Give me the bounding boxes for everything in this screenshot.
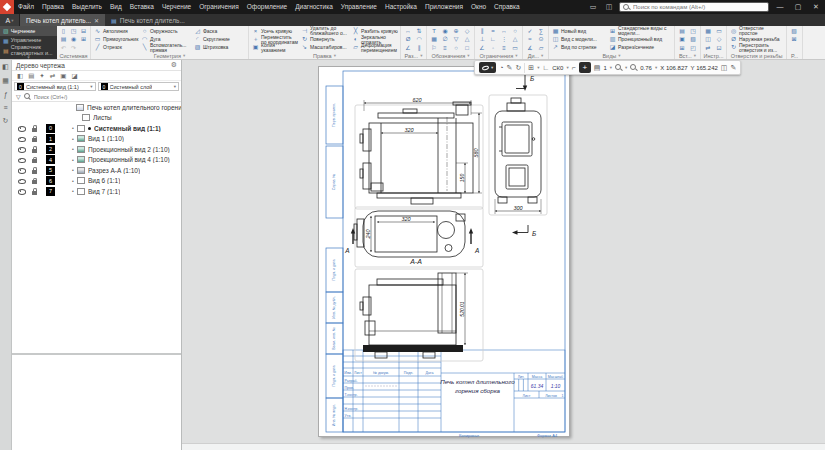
command-search-input[interactable]	[633, 4, 763, 10]
arrow-mark-icon[interactable]: △	[462, 35, 472, 43]
leader-icon[interactable]: ⚐	[429, 44, 439, 52]
fillet-button[interactable]: ◜Скругление	[193, 37, 239, 42]
menu-help[interactable]: Справка	[490, 0, 524, 14]
save-all-icon[interactable]: ⊞	[79, 35, 88, 43]
lock-icon[interactable]	[31, 156, 39, 164]
menu-annotation[interactable]: Оформление	[243, 0, 291, 14]
app-logo-icon[interactable]	[0, 0, 14, 14]
redo-icon[interactable]: ↷	[69, 44, 78, 52]
minimize-button[interactable]: —	[773, 0, 787, 14]
panel-parameters-icon[interactable]: ▦	[1, 77, 11, 85]
symmetry-constraint-icon[interactable]: △	[510, 35, 520, 43]
tree-view-row-4[interactable]: 5 • Разрез А-А (1:10)	[12, 165, 181, 176]
angle-dimension-icon[interactable]: ∠	[403, 44, 413, 52]
lock-icon[interactable]	[31, 177, 39, 185]
lock-icon[interactable]	[31, 135, 39, 143]
tree-search-input[interactable]	[34, 94, 154, 100]
align-constraint-icon[interactable]: ⋮	[499, 35, 509, 43]
hatch-button[interactable]: ▨Штриховка	[193, 45, 239, 50]
insert-object-icon[interactable]: ⊞	[677, 44, 687, 52]
standard-views-button[interactable]: ⊞Стандартные виды с модели...	[608, 26, 670, 36]
menu-view[interactable]: Вид	[106, 0, 126, 14]
menu-constraints[interactable]: Ограничения	[195, 0, 243, 14]
point-constraint-icon[interactable]: ◦	[488, 44, 498, 52]
save-icon[interactable]: ⊟	[79, 27, 88, 35]
panel-fx-icon[interactable]: ƒ	[1, 91, 11, 98]
linear-dimension-icon[interactable]: ↔	[403, 27, 413, 35]
tree-view-row-3[interactable]: 4 • Проекционный вид 4 (1:10)	[12, 155, 181, 166]
zoom-level-value[interactable]: 0.76	[640, 65, 652, 71]
menu-edit[interactable]: Правка	[38, 0, 68, 14]
close-button[interactable]: ✕	[809, 0, 823, 14]
insert-layout-icon[interactable]: ◳	[688, 27, 698, 35]
ortho-mode-button[interactable]: +	[579, 62, 591, 73]
tree-relations-icon[interactable]: ⇄	[50, 72, 55, 80]
aligned-dimension-icon[interactable]: ∥	[414, 44, 424, 52]
vertical-dimension-icon[interactable]: ⇅	[414, 27, 424, 35]
undo-icon[interactable]: ↶	[59, 44, 68, 52]
ribbon-tabs-expand-icon[interactable]: ▾	[0, 55, 57, 59]
projection-view-button[interactable]: ▥Проекционный вид	[608, 37, 670, 42]
perpendicular-constraint-icon[interactable]: ⊥	[477, 35, 487, 43]
tangent-constraint-icon[interactable]: ○	[510, 27, 520, 35]
home-menu-button[interactable]: А▾	[0, 14, 20, 26]
visibility-eye-icon[interactable]	[17, 188, 25, 195]
current-layer-select[interactable]: 0 Системный слой ▾	[98, 82, 180, 91]
tree-pointer-icon[interactable]: ✦	[39, 72, 44, 80]
tab-document-2[interactable]: ▤ Печь котел длитель...	[105, 14, 191, 26]
measure-icon[interactable]: ≈	[525, 35, 535, 43]
lock-icon[interactable]	[31, 187, 39, 195]
menu-applications[interactable]: Приложения	[421, 0, 467, 14]
tool-swap-icon[interactable]: ⇄	[703, 44, 713, 52]
menu-management[interactable]: Управление	[337, 0, 381, 14]
corner-snap-icon[interactable]: ⌐	[572, 62, 576, 73]
area-icon[interactable]: ▱	[536, 44, 546, 52]
preview-icon[interactable]: ◉	[69, 35, 78, 43]
insert-fragment-icon[interactable]: ▤	[677, 27, 687, 35]
angle-constraint-icon[interactable]: ∠	[477, 44, 487, 52]
tab-close-icon[interactable]: ✕	[94, 17, 99, 24]
menu-drafting[interactable]: Черчение	[158, 0, 195, 14]
screens-icon[interactable]: ◫	[603, 3, 615, 11]
circle-button[interactable]: ○Окружность	[140, 29, 192, 34]
menu-window[interactable]: Окно	[467, 0, 490, 14]
drawing-canvas[interactable]: Перв. примен. Справ. № Подп. и дата Инв.…	[182, 60, 825, 450]
tree-views-icon[interactable]: ▤	[28, 72, 34, 80]
lock-icon[interactable]	[31, 166, 39, 174]
menu-file[interactable]: Файл	[14, 0, 38, 14]
refresh-view-icon[interactable]: ↻	[515, 62, 521, 73]
new-view-button[interactable]: ▦Новый вид	[551, 29, 607, 34]
section-view-button[interactable]: ◪Разрез/сечение	[608, 45, 670, 50]
view-from-model-button[interactable]: ◫Вид с модели...	[551, 37, 607, 42]
panel-tree-icon[interactable]: ◧	[1, 63, 11, 71]
tree-search[interactable]: ▽	[12, 92, 181, 102]
visibility-eye-icon[interactable]	[17, 125, 25, 132]
corner-constraint-icon[interactable]: ∟	[488, 35, 498, 43]
print-icon[interactable]: ▤	[59, 35, 68, 43]
segment-button[interactable]: ╱Отрезок	[93, 45, 139, 50]
tool-panel-icon[interactable]: ◫	[703, 35, 713, 43]
delete-to-nearest-button[interactable]: ⊣Удалить до ближайшего о...	[300, 26, 350, 36]
tool-target-icon[interactable]: ⊡	[714, 44, 724, 52]
current-layer-value[interactable]: 1	[603, 65, 606, 71]
roughness-icon[interactable]: ≡	[440, 44, 450, 52]
tree-root-row[interactable]: Печь котел длительного горения сб...	[12, 102, 181, 113]
visibility-eye-icon[interactable]	[17, 177, 25, 184]
tree-screen-icon[interactable]: ◪	[71, 72, 77, 80]
tree-view-row-6[interactable]: 7 • Вид 7 (1:1)	[12, 186, 181, 197]
section-mark-icon[interactable]: ◇	[462, 27, 472, 35]
side-view[interactable]	[489, 75, 547, 235]
measure-angle-icon[interactable]: ∡	[525, 44, 535, 52]
tree-collapse-icon[interactable]: ◧	[17, 72, 23, 80]
tree-view-row-2[interactable]: 2 • Проекционный вид 2 (1:10)	[12, 144, 181, 155]
tree-view-row-1[interactable]: 1 • Вид 1 (1:10)	[12, 134, 181, 145]
visibility-eye-icon[interactable]	[17, 167, 25, 174]
table-icon[interactable]: ▦	[429, 35, 439, 43]
visibility-eye-icon[interactable]	[17, 156, 25, 163]
tree-view-row-5[interactable]: 6 • Вид 6 (1:1)	[12, 176, 181, 187]
scale-button[interactable]: ↘Масштабиров...	[300, 45, 350, 50]
menu-select[interactable]: Выделить	[68, 0, 106, 14]
split-curve-button[interactable]: ╳Разбить кривую	[351, 29, 401, 34]
fix-constraint-icon[interactable]: ≡	[499, 44, 509, 52]
simple-hole-button[interactable]: ◎Отверстие простое	[729, 26, 783, 36]
